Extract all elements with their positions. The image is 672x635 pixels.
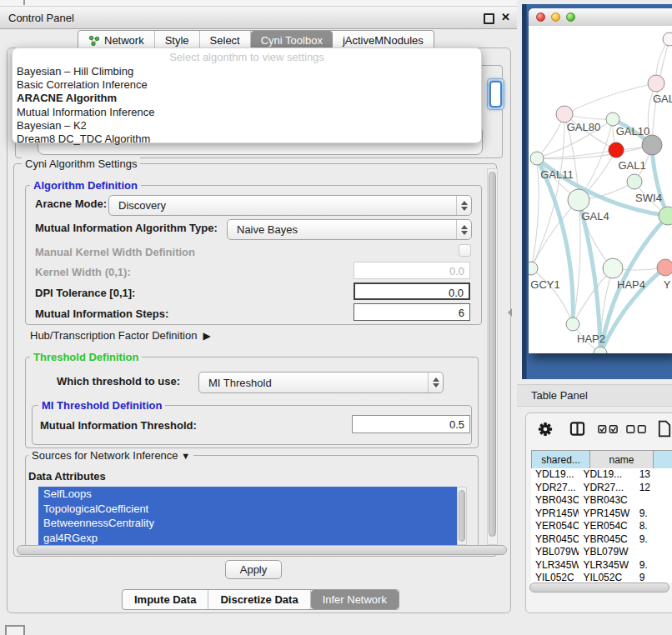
select-all-checkboxes-icon[interactable] [598, 424, 619, 434]
network-node[interactable] [609, 142, 624, 158]
network-canvas[interactable]: GALGAL80GAL10GAL11GAL1GAL4SWI4GCY1HAP4YH… [529, 26, 672, 353]
network-edge-thick[interactable] [579, 200, 600, 353]
document-icon[interactable] [658, 420, 671, 438]
tab-label: Select [210, 34, 240, 47]
kernel-width-input[interactable]: 0.0 [354, 262, 470, 279]
network-node-gcy1[interactable] [529, 262, 538, 275]
zoom-traffic-light-icon[interactable] [566, 12, 575, 22]
sources-legend[interactable]: Sources for Network Inference ▼ [28, 449, 193, 462]
attribute-item-betweennesscentrality[interactable]: BetweennessCentrality [38, 516, 457, 531]
dropdown-item-dream8-dc-tdc-algorithm[interactable]: Dream8 DC_TDC Algorithm [13, 132, 481, 146]
table-row[interactable]: YER054CYER054C8. [531, 520, 672, 533]
aracne-mode-combo[interactable]: Discovery [108, 195, 472, 216]
dropdown-item-mutual-information-inference[interactable]: Mutual Information Inference [13, 106, 481, 119]
settings-vertical-scrollbar[interactable] [487, 168, 498, 545]
table-cell: 9 [631, 572, 672, 582]
network-edge[interactable] [564, 83, 656, 114]
table-cell: YBR043C [579, 494, 630, 508]
hub-label: Hub/Transcription Factor Definition [30, 329, 197, 342]
attribute-item-gal4rgexp[interactable]: gal4RGexp [38, 531, 457, 546]
splitter-handle-icon[interactable] [508, 308, 512, 317]
expand-arrow-icon: ▶ [203, 329, 210, 342]
bottom-tab-impute-data[interactable]: Impute Data [123, 590, 208, 609]
network-node-hap4[interactable] [603, 258, 623, 278]
deselect-all-checkboxes-icon[interactable] [626, 424, 647, 434]
network-node-gal80[interactable] [556, 106, 573, 122]
table-cell: YPR145W [579, 508, 630, 521]
dropdown-item-bayesian-k2[interactable]: Bayesian – K2 [13, 119, 481, 132]
node-label: GAL1 [618, 159, 645, 172]
network-node[interactable] [663, 32, 672, 46]
table-row[interactable]: YPR145WYPR145W9. [531, 508, 672, 521]
apply-button[interactable]: Apply [225, 560, 282, 579]
table-row[interactable]: YLR345WYLR345W9. [531, 559, 672, 572]
aracne-mode-label: Aracne Mode: [35, 198, 107, 211]
float-window-icon[interactable] [484, 13, 494, 24]
table-row[interactable]: YBL079WYBL079W [531, 546, 672, 559]
bottom-tab-infer-network[interactable]: Infer Network [311, 590, 399, 609]
network-edge[interactable] [531, 114, 564, 268]
mi-threshold-input[interactable]: 0.5 [352, 415, 470, 433]
network-node[interactable] [642, 135, 662, 155]
dropdown-item-aracne-algorithm[interactable]: ARACNE Algorithm [13, 92, 481, 105]
table-row[interactable]: YBR045CYBR045C9. [531, 533, 672, 547]
node-label: HAP4 [617, 278, 645, 291]
network-node-gal[interactable] [648, 75, 664, 92]
table-body: YDL19...YDL19...13YDR27...YDR27...12YBR0… [531, 468, 672, 582]
close-traffic-light-icon[interactable] [536, 12, 545, 22]
algorithm-definition-legend: Algorithm Definition [30, 179, 141, 192]
network-node-gal10[interactable] [606, 112, 619, 126]
network-node-gal4[interactable] [568, 189, 589, 211]
table-horizontal-scrollbar[interactable] [529, 582, 669, 592]
collapse-arrow-icon: ▼ [181, 451, 190, 461]
table-row[interactable]: YDR27...YDR27...12 [531, 482, 672, 495]
stepper-icon[interactable] [428, 372, 443, 392]
mi-type-combo[interactable]: Naive Bayes [227, 219, 472, 240]
hub-section-toggle[interactable]: Hub/Transcription Factor Definition ▶ [30, 329, 211, 342]
focused-combo-stepper[interactable] [487, 78, 504, 110]
table-cell: 9. [631, 559, 672, 572]
manual-kernel-checkbox[interactable] [459, 244, 471, 257]
focus-ring [489, 81, 502, 108]
network-edge[interactable] [531, 268, 573, 324]
attribute-item-selfloops[interactable]: SelfLoops [38, 487, 457, 502]
close-icon[interactable]: ✕ [501, 11, 510, 23]
which-threshold-combo[interactable]: MI Threshold [198, 372, 444, 393]
table-cell: YLR345W [531, 559, 579, 572]
mi-steps-input[interactable]: 6 [354, 303, 470, 321]
node-label: GAL10 [616, 125, 649, 138]
table-row[interactable]: YBR043CYBR043C [531, 494, 672, 508]
table-cell: YIL052C [531, 572, 579, 582]
network-icon [88, 35, 100, 47]
table-row[interactable]: YDL19...YDL19...13 [531, 468, 672, 482]
dropdown-item-bayesian-hill-climbing[interactable]: Bayesian – Hill Climbing [13, 65, 481, 78]
attribute-item-topologicalcoefficient[interactable]: TopologicalCoefficient [38, 502, 457, 517]
dropdown-item-basic-correlation-inference[interactable]: Basic Correlation Inference [13, 78, 481, 92]
attribute-list-scrollbar[interactable] [457, 487, 467, 545]
split-columns-icon[interactable] [569, 421, 585, 437]
column-header-shared[interactable]: shared... [532, 451, 590, 469]
network-edge-thick[interactable] [652, 145, 668, 216]
collapsed-panel-icon[interactable] [5, 625, 25, 635]
network-node-y[interactable] [657, 259, 672, 276]
scrollbar-thumb[interactable] [459, 490, 465, 542]
network-node-gal11[interactable] [530, 152, 544, 165]
column-header-name[interactable]: name [590, 451, 654, 469]
stepper-icon[interactable] [456, 196, 471, 215]
minimize-traffic-light-icon[interactable] [551, 12, 560, 22]
network-node-gal1[interactable] [627, 174, 642, 189]
bottom-tab-bar: Impute DataDiscretize DataInfer Network [122, 589, 399, 610]
network-node-hap2[interactable] [566, 318, 579, 331]
dpi-tolerance-label: DPI Tolerance [0,1]: [35, 287, 135, 300]
stepper-icon[interactable] [456, 220, 471, 239]
table-header-row: shared...nameA [531, 450, 672, 470]
top-tick [23, 0, 25, 5]
table-row[interactable]: YIL052CYIL052C9 [531, 572, 672, 582]
settings-horizontal-scrollbar[interactable] [17, 545, 507, 555]
column-header-a[interactable]: A [654, 451, 672, 469]
dpi-tolerance-input[interactable]: 0.0 [354, 282, 470, 300]
gear-icon[interactable] [538, 422, 553, 437]
scrollbar-thumb[interactable] [489, 172, 496, 537]
bottom-tab-discretize-data[interactable]: Discretize Data [208, 590, 310, 609]
network-edge[interactable] [531, 158, 539, 268]
